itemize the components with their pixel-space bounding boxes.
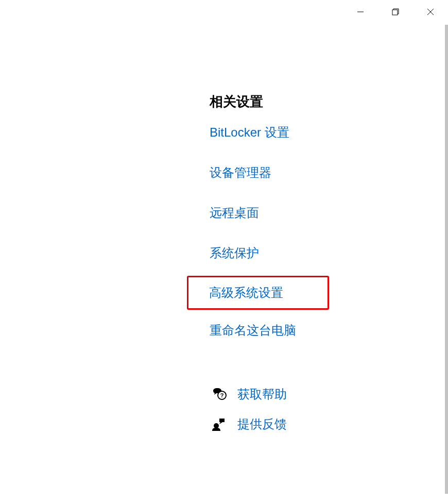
related-settings-section: 相关设置 BitLocker 设置 设备管理器 远程桌面 系统保护 高级系统设置…	[210, 93, 426, 445]
minimize-button[interactable]	[343, 0, 378, 24]
chat-help-icon: ?	[210, 385, 228, 404]
svg-rect-1	[392, 10, 398, 15]
svg-point-6	[214, 423, 219, 428]
feedback-link[interactable]: 提供反馈	[237, 416, 287, 432]
minimize-icon	[357, 8, 364, 15]
help-section: ? 获取帮助 提供反馈	[210, 385, 426, 433]
close-icon	[427, 8, 434, 15]
close-button[interactable]	[413, 0, 448, 24]
highlighted-link-container: 高级系统设置	[187, 276, 329, 310]
feedback-item[interactable]: 提供反馈	[210, 415, 426, 433]
link-system-protection[interactable]: 系统保护	[210, 244, 426, 262]
svg-rect-7	[219, 419, 225, 422]
get-help-item[interactable]: ? 获取帮助	[210, 385, 426, 404]
link-device-manager[interactable]: 设备管理器	[210, 163, 426, 182]
feedback-icon	[210, 415, 228, 433]
section-title: 相关设置	[210, 93, 426, 111]
link-rename-pc[interactable]: 重命名这台电脑	[210, 321, 426, 340]
link-bitlocker[interactable]: BitLocker 设置	[210, 123, 426, 142]
scrollbar[interactable]	[445, 25, 448, 494]
link-remote-desktop[interactable]: 远程桌面	[210, 204, 426, 222]
svg-text:?: ?	[220, 392, 224, 398]
window-controls	[343, 0, 448, 24]
maximize-icon	[392, 8, 399, 15]
get-help-link[interactable]: 获取帮助	[237, 386, 287, 403]
maximize-button[interactable]	[378, 0, 413, 24]
settings-link-list: BitLocker 设置 设备管理器 远程桌面 系统保护 高级系统设置 重命名这…	[210, 123, 426, 361]
link-advanced-system-settings[interactable]: 高级系统设置	[209, 285, 283, 300]
